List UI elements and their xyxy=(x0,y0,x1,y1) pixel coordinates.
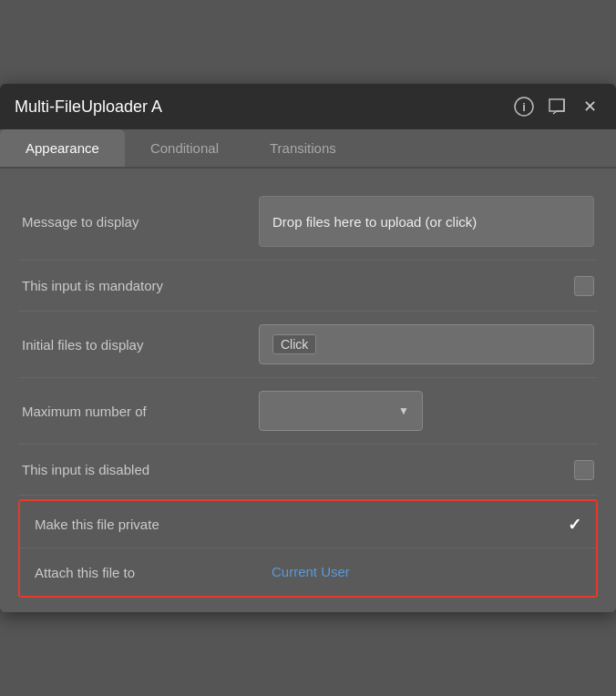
close-icon[interactable]: ✕ xyxy=(578,95,601,118)
attach-row: Attach this file to Current User xyxy=(20,548,596,596)
attach-value[interactable]: Current User xyxy=(272,564,350,579)
info-icon[interactable]: i xyxy=(512,95,536,118)
mandatory-checkbox[interactable] xyxy=(574,276,594,296)
initial-files-row: Initial files to display Click xyxy=(18,312,598,378)
titlebar-icons: i ✕ xyxy=(512,95,601,118)
tab-appearance[interactable]: Appearance xyxy=(0,129,125,167)
message-row: Message to display Drop files here to up… xyxy=(18,183,598,261)
attach-label: Attach this file to xyxy=(35,565,272,580)
attach-value-container: Current User xyxy=(272,564,581,580)
tabs: Appearance Conditional Transitions xyxy=(0,129,616,169)
private-row: Make this file private ✓ xyxy=(20,501,596,548)
message-box[interactable]: Drop files here to upload (or click) xyxy=(259,196,594,247)
tab-conditional[interactable]: Conditional xyxy=(125,129,244,167)
disabled-checkbox[interactable] xyxy=(574,460,594,480)
message-value-container: Drop files here to upload (or click) xyxy=(259,196,594,247)
highlighted-section: Make this file private ✓ Attach this fil… xyxy=(18,499,598,598)
checkmark-icon[interactable]: ✓ xyxy=(568,515,581,535)
mandatory-value xyxy=(259,276,594,296)
max-number-label: Maximum number of xyxy=(22,404,259,419)
disabled-label: This input is disabled xyxy=(22,462,259,477)
disabled-value xyxy=(259,460,594,480)
comment-icon[interactable] xyxy=(545,95,569,118)
content-area: Message to display Drop files here to up… xyxy=(0,169,616,612)
disabled-row: This input is disabled xyxy=(18,445,598,496)
mandatory-checkbox-wrapper xyxy=(259,276,594,296)
initial-files-label: Initial files to display xyxy=(22,337,259,353)
initial-files-field[interactable]: Click xyxy=(259,324,594,364)
max-number-dropdown[interactable]: ▼ xyxy=(259,391,423,431)
message-label: Message to display xyxy=(22,214,259,230)
mandatory-row: This input is mandatory xyxy=(18,261,598,312)
titlebar: Multi-FileUploader A i ✕ xyxy=(0,84,616,129)
svg-text:i: i xyxy=(522,100,526,114)
max-number-value-container: ▼ xyxy=(259,391,594,431)
click-tag: Click xyxy=(272,334,316,354)
private-label: Make this file private xyxy=(35,517,272,532)
private-check-wrapper: ✓ xyxy=(272,515,581,535)
initial-files-value-container: Click xyxy=(259,324,594,364)
mandatory-label: This input is mandatory xyxy=(22,278,259,293)
chevron-down-icon: ▼ xyxy=(398,404,409,417)
dialog-title: Multi-FileUploader A xyxy=(15,97,162,117)
disabled-checkbox-wrapper xyxy=(259,460,594,480)
tab-transitions[interactable]: Transitions xyxy=(244,129,362,167)
dialog: Multi-FileUploader A i ✕ Appearance Cond… xyxy=(0,84,616,612)
max-number-row: Maximum number of ▼ xyxy=(18,378,598,445)
